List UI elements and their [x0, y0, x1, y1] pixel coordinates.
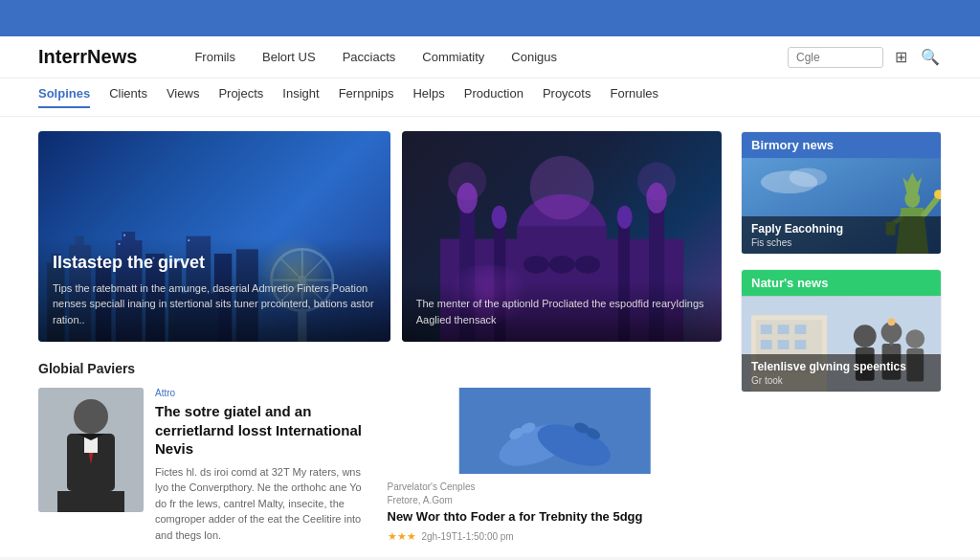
content-left: Ilstastep the girvet Tips the ratebmatt … — [38, 131, 722, 543]
article-body-left: Fictes hl. ds iroi comd at 32T My raters… — [155, 464, 373, 544]
svg-point-36 — [523, 256, 549, 274]
article-card-left[interactable]: Attro The sotre giatel and an cerrietlar… — [38, 388, 373, 543]
svg-point-77 — [854, 325, 877, 347]
main-content: Ilstastep the girvet Tips the ratebmatt … — [0, 117, 980, 557]
sidebar-header-1: Birmory news — [742, 132, 941, 158]
subnav-production[interactable]: Production — [464, 86, 523, 108]
svg-rect-74 — [761, 340, 772, 349]
svg-point-37 — [548, 256, 574, 274]
sidebar-card-natur: Natur's news — [741, 269, 942, 392]
hero-body-2: The menter of the aptionld Procliated th… — [416, 296, 707, 327]
article-subtitle-middle: Fretore, A.Gom — [388, 495, 723, 505]
svg-point-35 — [616, 206, 632, 229]
article-title-middle[interactable]: New Wor thto Foder a for Trebnity the 5d… — [388, 509, 723, 526]
article-meta: 2gh-19T1-1:50:00 pm — [422, 531, 514, 542]
sidebar-title-2: Telenlisve glvning speentics — [751, 360, 931, 373]
hero-title-1: Ilstastep the girvet — [53, 252, 376, 274]
nav-commiatity[interactable]: Commiatity — [422, 50, 484, 64]
sidebar: Birmory news — [741, 131, 942, 543]
sidebar-body-1: Faply Eacohning Fis sches — [742, 158, 941, 254]
svg-rect-73 — [794, 325, 806, 334]
nav-belort[interactable]: Belort US — [262, 50, 316, 64]
nav-conigus[interactable]: Conigus — [511, 50, 557, 64]
grid-icon[interactable]: ⊞ — [893, 46, 909, 68]
svg-point-81 — [905, 329, 924, 348]
header: InterrNews Fromils Belort US Pacciacts C… — [0, 36, 980, 78]
subnav-clients[interactable]: Clients — [109, 86, 147, 108]
subnav-helps[interactable]: Helps — [412, 86, 444, 108]
hero-card-city[interactable]: Ilstastep the girvet Tips the ratebmatt … — [38, 131, 390, 342]
hero-card-palace[interactable]: The menter of the aptionld Procliated th… — [402, 131, 722, 342]
svg-point-41 — [637, 163, 676, 201]
svg-rect-71 — [761, 325, 772, 334]
hero-body-1: Tips the ratebmatt in the amunge, daseri… — [53, 280, 376, 328]
subnav-projects[interactable]: Projects — [218, 86, 263, 108]
svg-rect-72 — [778, 325, 790, 334]
article-title-left[interactable]: The sotre giatel and an cerrietlarnd los… — [155, 402, 373, 459]
svg-point-38 — [574, 256, 600, 274]
sidebar-overlay-1: Faply Eacohning Fis sches — [742, 216, 941, 254]
top-bar — [0, 0, 980, 36]
sidebar-title-1: Faply Eacohning — [751, 222, 931, 235]
article-label: Attro — [155, 388, 373, 398]
svg-rect-76 — [794, 340, 806, 349]
article-text-left: Attro The sotre giatel and an cerrietlar… — [155, 388, 373, 543]
subnav-proycots[interactable]: Proycots — [543, 86, 591, 108]
sidebar-subtitle-1: Fis sches — [751, 237, 931, 248]
article-tag-middle: Parvelator's Cenples — [388, 482, 723, 492]
subnav-fornules[interactable]: Fornules — [610, 86, 658, 108]
svg-rect-75 — [778, 340, 790, 349]
article-image-man — [38, 388, 144, 512]
sidebar-card-birmory: Birmory news — [741, 131, 942, 255]
svg-rect-49 — [57, 491, 124, 512]
svg-point-39 — [529, 156, 593, 220]
svg-point-33 — [491, 206, 506, 229]
main-nav: Fromils Belort US Pacciacts Commiatity C… — [194, 50, 788, 64]
svg-point-84 — [888, 318, 896, 325]
subnav-solpines[interactable]: Solpines — [38, 86, 90, 108]
svg-rect-22 — [123, 235, 125, 236]
sub-nav: Solpines Clients Views Projects Insight … — [0, 78, 980, 117]
bottom-row: Attro The sotre giatel and an cerrietlar… — [38, 388, 722, 543]
article-stars: ★★★ — [388, 530, 416, 543]
subnav-views[interactable]: Views — [167, 86, 199, 108]
search-input[interactable] — [788, 47, 883, 68]
search-icon[interactable]: 🔍 — [919, 46, 942, 68]
subnav-insight[interactable]: Insight — [282, 86, 319, 108]
logo: InterrNews — [38, 46, 137, 68]
sidebar-body-2: Telenlisve glvning speentics Gr took — [742, 296, 941, 392]
svg-point-66 — [790, 168, 828, 187]
subnav-fernpnips[interactable]: Fernpnips — [339, 86, 394, 108]
section-title: Globial Paviers — [38, 361, 722, 376]
nav-pacciacts[interactable]: Pacciacts — [343, 50, 396, 64]
hero-row: Ilstastep the girvet Tips the ratebmatt … — [38, 131, 722, 342]
sidebar-subtitle-2: Gr took — [751, 375, 931, 386]
svg-point-59 — [904, 190, 920, 208]
header-right: ⊞ 🔍 — [788, 46, 942, 68]
svg-point-40 — [448, 163, 486, 201]
sidebar-overlay-2: Telenlisve glvning speentics Gr took — [742, 354, 941, 392]
svg-point-43 — [74, 399, 108, 434]
sidebar-header-2: Natur's news — [742, 270, 941, 296]
nav-fromils[interactable]: Fromils — [194, 50, 235, 64]
article-card-middle[interactable]: Parvelator's Cenples Fretore, A.Gom New … — [388, 388, 723, 543]
